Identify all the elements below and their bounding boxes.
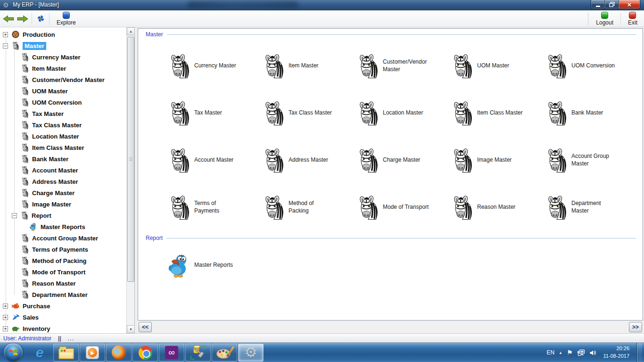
module-item[interactable]: Location Master (356, 99, 450, 127)
tree-item[interactable]: Method of Packing (0, 255, 126, 266)
tree-item[interactable]: Account Group Master (0, 232, 126, 244)
tree-item[interactable]: + Purchase (0, 300, 126, 312)
tree-item[interactable]: Item Master (0, 63, 126, 74)
tree-item[interactable]: Currency Master (0, 51, 126, 63)
module-item[interactable]: Customer/Vendor Master (356, 52, 450, 80)
sql-tools-icon[interactable] (185, 344, 211, 362)
expand-toggle-icon[interactable]: + (3, 315, 8, 320)
tree-item-label[interactable]: Charge Master (32, 189, 74, 197)
visual-studio-icon[interactable]: ∞ (159, 344, 184, 362)
page-back-button[interactable]: << (139, 322, 152, 332)
tree-item[interactable]: Item Class Master (0, 142, 126, 153)
tree-item[interactable]: Image Master (0, 198, 126, 210)
tree-item[interactable]: Tax Class Master (0, 119, 126, 131)
module-item[interactable]: Mode of Transport (356, 193, 450, 222)
tree-item-label[interactable]: Account Master (32, 167, 78, 174)
clock[interactable]: 20:26 11-08-2017 (601, 345, 632, 360)
tree-item[interactable]: − Report (0, 210, 126, 221)
tree-item[interactable]: + Sales (0, 312, 126, 323)
tree-item-label[interactable]: UOM Conversion (32, 99, 82, 106)
start-button[interactable] (0, 344, 26, 362)
page-forward-button[interactable]: >> (629, 322, 642, 332)
chrome-icon[interactable] (132, 344, 158, 362)
module-item[interactable]: Master Reports (167, 251, 262, 280)
tree-item-label[interactable]: Terms of Payments (32, 246, 88, 253)
action-center-flag-icon[interactable]: ⚑ (567, 349, 573, 356)
language-indicator[interactable]: EN (546, 349, 554, 356)
logout-button[interactable]: Logout (592, 11, 617, 26)
module-item[interactable]: Item Master (262, 52, 356, 80)
module-item[interactable]: Item Class Master (450, 99, 545, 127)
module-item[interactable]: Bank Master (545, 99, 639, 127)
tree-item-label[interactable]: Master Reports (41, 223, 85, 230)
network-icon[interactable] (577, 349, 585, 356)
module-item[interactable]: Tax Class Master (262, 99, 356, 127)
tree-item-label[interactable]: UOM Master (32, 88, 68, 95)
expand-toggle-icon[interactable]: + (3, 304, 8, 309)
tree-item-label[interactable]: Report (32, 212, 51, 219)
maximize-restore-button[interactable] (605, 0, 619, 9)
pinwheel-icon[interactable] (35, 14, 46, 24)
tree-item-label[interactable]: Currency Master (32, 54, 81, 61)
module-item[interactable]: Charge Master (356, 146, 450, 174)
tree-item[interactable]: Master Reports (0, 221, 126, 232)
speaker-icon[interactable] (589, 349, 596, 356)
tree-item-label[interactable]: Reason Master (32, 280, 75, 287)
expand-toggle-icon[interactable]: − (3, 43, 8, 49)
tree-item[interactable]: Charge Master (0, 187, 126, 198)
tree-item-label[interactable]: Method of Packing (32, 257, 87, 264)
expand-toggle-icon[interactable]: − (12, 213, 17, 218)
minimize-button[interactable] (591, 0, 605, 9)
tree-item-label[interactable]: Master (23, 42, 46, 50)
module-item[interactable]: Currency Master (167, 52, 262, 80)
tree-item[interactable]: + Production (0, 29, 126, 40)
module-item[interactable]: Image Master (450, 146, 545, 174)
tree-item-label[interactable]: Production (23, 31, 55, 38)
scroll-up-icon[interactable]: ▲ (127, 27, 135, 35)
module-item[interactable]: Terms of Payments (167, 193, 262, 222)
module-item[interactable]: UOM Master (450, 52, 545, 80)
tree-item[interactable]: Customer/Vendor Master (0, 74, 126, 85)
tree-item[interactable]: Mode of Transport (0, 266, 126, 278)
internet-explorer-icon[interactable]: e (27, 344, 52, 362)
tree-item-label[interactable]: Item Class Master (32, 144, 84, 151)
tree-item-label[interactable]: Bank Master (32, 156, 68, 163)
tree-item-label[interactable]: Sales (23, 314, 39, 321)
module-item[interactable]: Account Group Master (545, 146, 639, 174)
tree-item[interactable]: Address Master (0, 176, 126, 187)
module-item[interactable]: Address Master (262, 146, 356, 174)
tree-item[interactable]: Bank Master (0, 153, 126, 165)
hidden-icons-caret-icon[interactable]: ▲ (559, 351, 562, 355)
close-button[interactable]: × (619, 0, 640, 9)
tree-item-label[interactable]: Customer/Vendor Master (32, 76, 105, 83)
tree-item[interactable]: Terms of Payments (0, 244, 126, 255)
tree-item[interactable]: − Master (0, 40, 126, 51)
expand-toggle-icon[interactable]: + (3, 326, 8, 331)
tree-item-label[interactable]: Address Master (32, 178, 78, 185)
tree-item-label[interactable]: Mode of Transport (32, 269, 85, 276)
module-item[interactable]: Tax Master (167, 99, 262, 127)
firefox-icon[interactable] (106, 344, 132, 362)
tree-item[interactable]: + Inventory (0, 323, 126, 333)
tree-item-label[interactable]: Image Master (32, 201, 71, 208)
settings-gear-icon[interactable]: ⚙ (238, 344, 264, 362)
tree-item[interactable]: Location Master (0, 131, 126, 142)
tree-item[interactable]: Tax Master (0, 108, 126, 119)
module-item[interactable]: Department Master (545, 193, 639, 222)
module-item[interactable]: Account Master (167, 146, 262, 174)
paint-icon[interactable] (212, 344, 237, 362)
tree-scrollbar[interactable]: ▲ ▼ (126, 27, 134, 333)
tree-item-label[interactable]: Account Group Master (32, 235, 98, 242)
tree-item-label[interactable]: Tax Master (32, 110, 64, 117)
expand-toggle-icon[interactable]: + (3, 32, 8, 37)
scroll-down-icon[interactable]: ▼ (127, 325, 135, 333)
module-item[interactable]: Method of Packing (262, 193, 356, 222)
exit-button[interactable]: Exit (624, 11, 641, 26)
tree-item[interactable]: Reason Master (0, 278, 126, 289)
show-desktop-button[interactable] (636, 343, 642, 362)
tree-item[interactable]: UOM Conversion (0, 97, 126, 108)
back-button[interactable] (3, 15, 14, 23)
media-player-icon[interactable]: ▶ (80, 344, 105, 362)
tree-item-label[interactable]: Tax Class Master (32, 122, 82, 129)
scrollbar-thumb[interactable] (127, 37, 134, 282)
